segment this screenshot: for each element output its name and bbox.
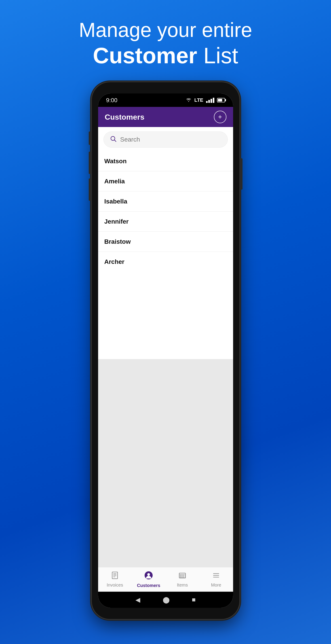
- empty-area: [98, 359, 233, 567]
- nav-label-items: Items: [177, 582, 188, 588]
- nav-item-items[interactable]: Items: [166, 567, 199, 592]
- lte-indicator: LTE: [194, 97, 203, 103]
- phone-device: 9:00 LTE: [92, 82, 239, 619]
- hero-section: Manage your entire Customer List: [79, 18, 252, 69]
- items-icon: [178, 571, 186, 581]
- list-item[interactable]: Braistow: [98, 232, 233, 252]
- bottom-navigation: Invoices Customers: [98, 567, 233, 592]
- customer-name: Watson: [104, 158, 127, 165]
- status-bar: 9:00 LTE: [98, 94, 233, 107]
- battery-icon: [217, 98, 225, 102]
- list-item[interactable]: Watson: [98, 151, 233, 171]
- search-bar[interactable]: [103, 132, 228, 148]
- status-time: 9:00: [106, 97, 118, 104]
- back-button[interactable]: ◀: [135, 596, 140, 604]
- list-item[interactable]: Isabella: [98, 192, 233, 212]
- nav-label-more: More: [211, 582, 221, 588]
- volume-toggle-button: [89, 132, 91, 145]
- app-title: Customers: [105, 113, 145, 122]
- customer-name: Amelia: [104, 178, 125, 185]
- volume-down-button: [89, 178, 91, 201]
- add-customer-button[interactable]: +: [214, 111, 226, 123]
- customer-name: Braistow: [104, 238, 131, 245]
- home-button[interactable]: ⬤: [163, 596, 170, 604]
- list-item[interactable]: Jennifer: [98, 212, 233, 232]
- customer-name: Isabella: [104, 198, 127, 205]
- recents-button[interactable]: ■: [192, 596, 196, 603]
- signal-bars-icon: [206, 98, 214, 103]
- invoices-icon: [111, 571, 119, 581]
- svg-rect-2: [112, 572, 118, 579]
- power-button: [240, 158, 243, 190]
- content-area: Watson Amelia Isabella Jennifer Braistow: [98, 127, 233, 592]
- phone-shell: 9:00 LTE: [92, 82, 239, 619]
- search-icon: [110, 136, 117, 144]
- hero-line2-bold: Customer: [93, 43, 197, 68]
- list-item[interactable]: Amelia: [98, 171, 233, 192]
- hero-line2: Customer List: [79, 42, 252, 69]
- nav-item-invoices[interactable]: Invoices: [98, 567, 132, 592]
- nav-item-customers[interactable]: Customers: [132, 567, 166, 592]
- nav-label-invoices: Invoices: [107, 582, 123, 588]
- svg-line-1: [114, 140, 116, 142]
- app-header: Customers +: [98, 107, 233, 127]
- wifi-icon: [186, 97, 192, 103]
- android-nav-bar: ◀ ⬤ ■: [98, 592, 233, 608]
- more-icon: [212, 571, 220, 581]
- status-icons: LTE: [186, 97, 225, 103]
- nav-item-more[interactable]: More: [199, 567, 233, 592]
- hero-line1: Manage your entire: [79, 18, 252, 42]
- list-item[interactable]: Archer: [98, 252, 233, 272]
- search-input[interactable]: [120, 136, 221, 143]
- customer-name: Archer: [104, 258, 124, 266]
- customers-icon: [144, 571, 153, 582]
- nav-label-customers: Customers: [137, 583, 160, 588]
- volume-up-button: [89, 152, 91, 174]
- svg-point-8: [147, 573, 150, 576]
- search-container: [98, 127, 233, 151]
- customer-name: Jennifer: [104, 218, 129, 225]
- customer-list: Watson Amelia Isabella Jennifer Braistow: [98, 151, 233, 359]
- phone-screen: 9:00 LTE: [98, 94, 233, 608]
- hero-line2-regular: List: [197, 43, 238, 68]
